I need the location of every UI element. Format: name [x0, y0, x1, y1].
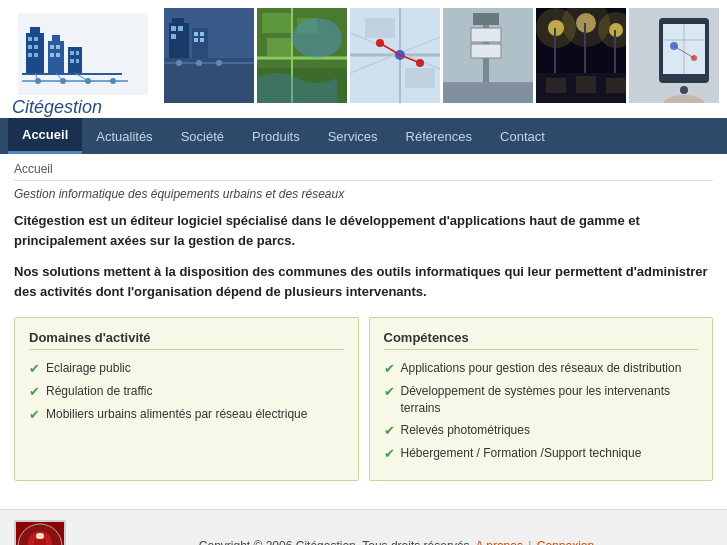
- svg-rect-83: [546, 78, 566, 93]
- svg-rect-71: [443, 83, 533, 103]
- nav-item-societe[interactable]: Société: [167, 118, 238, 154]
- svg-rect-13: [50, 53, 54, 57]
- svg-rect-64: [405, 68, 435, 88]
- check-icon-5: ✔: [384, 383, 395, 401]
- nav-item-services[interactable]: Services: [314, 118, 392, 154]
- svg-rect-8: [34, 53, 38, 57]
- header-image-4: [443, 8, 533, 103]
- logo-icon: [18, 13, 148, 95]
- nav-item-accueil[interactable]: Accueil: [8, 118, 82, 154]
- svg-rect-4: [34, 37, 38, 41]
- competences-item-3: ✔ Relevés photométriques: [384, 422, 699, 440]
- header: Citégestion: [0, 0, 727, 118]
- svg-point-95: [680, 86, 688, 94]
- svg-point-42: [176, 60, 182, 66]
- svg-rect-11: [50, 45, 54, 49]
- svg-rect-19: [76, 59, 79, 63]
- header-image-3: [350, 8, 440, 103]
- info-boxes: Domaines d'activité ✔ Eclairage public ✔…: [14, 317, 713, 481]
- header-image-5: [536, 8, 626, 103]
- svg-rect-37: [200, 32, 204, 36]
- solutions-paragraph: Nos solutions mettent à la disposition d…: [14, 262, 713, 301]
- svg-rect-18: [70, 59, 74, 63]
- check-icon-4: ✔: [384, 360, 395, 378]
- svg-point-43: [196, 60, 202, 66]
- nav-item-actualites[interactable]: Actualités: [82, 118, 166, 154]
- domaines-title: Domaines d'activité: [29, 330, 344, 350]
- svg-rect-39: [200, 38, 204, 42]
- svg-rect-99: [36, 533, 44, 539]
- svg-rect-81: [584, 23, 586, 73]
- svg-rect-82: [614, 30, 616, 73]
- svg-rect-84: [576, 76, 596, 93]
- header-image-1: [164, 8, 254, 103]
- navigation: Accueil Actualités Société Produits Serv…: [0, 118, 727, 154]
- svg-rect-69: [471, 44, 501, 58]
- competences-item-4-text: Hébergement / Formation /Support techniq…: [401, 445, 642, 462]
- svg-rect-36: [194, 32, 198, 36]
- footer-logo-icon: [17, 523, 63, 545]
- svg-rect-3: [28, 37, 32, 41]
- svg-rect-49: [267, 38, 292, 56]
- copyright-label: Copyright © 2006 Citégestion, Tous droit…: [199, 539, 473, 545]
- header-images: [164, 8, 719, 118]
- svg-rect-63: [365, 18, 395, 38]
- svg-rect-100: [34, 539, 46, 545]
- competences-box: Compétences ✔ Applications pour gestion …: [369, 317, 714, 481]
- svg-rect-17: [76, 51, 79, 55]
- check-icon-2: ✔: [29, 383, 40, 401]
- nav-item-produits[interactable]: Produits: [238, 118, 314, 154]
- domaines-item-2: ✔ Régulation de traffic: [29, 383, 344, 401]
- domaines-item-1-text: Eclairage public: [46, 360, 131, 377]
- svg-rect-32: [171, 26, 176, 31]
- svg-rect-47: [262, 13, 292, 33]
- competences-item-3-text: Relevés photométriques: [401, 422, 530, 439]
- competences-item-2-text: Développement de systèmes pour les inter…: [401, 383, 699, 417]
- svg-point-44: [216, 60, 222, 66]
- domaines-item-1: ✔ Eclairage public: [29, 360, 344, 378]
- footer-logo: [14, 520, 66, 545]
- svg-rect-7: [28, 53, 32, 57]
- check-icon-6: ✔: [384, 422, 395, 440]
- competences-title: Compétences: [384, 330, 699, 350]
- svg-rect-68: [471, 28, 501, 42]
- svg-rect-67: [473, 13, 499, 25]
- breadcrumb: Accueil: [14, 162, 713, 181]
- competences-item-4: ✔ Hébergement / Formation /Support techn…: [384, 445, 699, 463]
- svg-rect-85: [606, 78, 626, 93]
- connexion-link[interactable]: Connexion: [537, 539, 594, 545]
- svg-rect-5: [28, 45, 32, 49]
- domaines-box: Domaines d'activité ✔ Eclairage public ✔…: [14, 317, 359, 481]
- competences-item-2: ✔ Développement de systèmes pour les int…: [384, 383, 699, 417]
- check-icon-1: ✔: [29, 360, 40, 378]
- check-icon-7: ✔: [384, 445, 395, 463]
- logo-text: Citégestion: [8, 97, 102, 118]
- svg-point-25: [110, 78, 116, 84]
- footer-separator: |: [528, 539, 531, 545]
- apropos-link[interactable]: A propos: [476, 539, 523, 545]
- svg-rect-14: [56, 53, 60, 57]
- svg-rect-34: [171, 34, 176, 39]
- svg-rect-33: [178, 26, 183, 31]
- main-content: Accueil Gestion informatique des équipem…: [0, 154, 727, 509]
- domaines-item-3-text: Mobiliers urbains alimentés par réseau é…: [46, 406, 307, 423]
- header-image-6: [629, 8, 719, 103]
- logo-area: Citégestion: [8, 8, 158, 118]
- check-icon-3: ✔: [29, 406, 40, 424]
- svg-rect-2: [30, 27, 40, 37]
- footer: Copyright © 2006 Citégestion, Tous droit…: [0, 509, 727, 545]
- header-image-2: [257, 8, 347, 103]
- svg-rect-80: [554, 28, 556, 73]
- svg-rect-31: [172, 18, 184, 26]
- page-subtitle: Gestion informatique des équipements urb…: [14, 187, 713, 201]
- svg-rect-12: [56, 45, 60, 49]
- competences-item-1: ✔ Applications pour gestion des réseaux …: [384, 360, 699, 378]
- nav-item-references[interactable]: Références: [392, 118, 486, 154]
- svg-rect-16: [70, 51, 74, 55]
- svg-rect-10: [52, 35, 60, 45]
- svg-point-52: [292, 18, 342, 58]
- svg-rect-6: [34, 45, 38, 49]
- nav-item-contact[interactable]: Contact: [486, 118, 559, 154]
- svg-rect-20: [22, 73, 122, 75]
- footer-copyright-text: Copyright © 2006 Citégestion, Tous droit…: [80, 539, 713, 545]
